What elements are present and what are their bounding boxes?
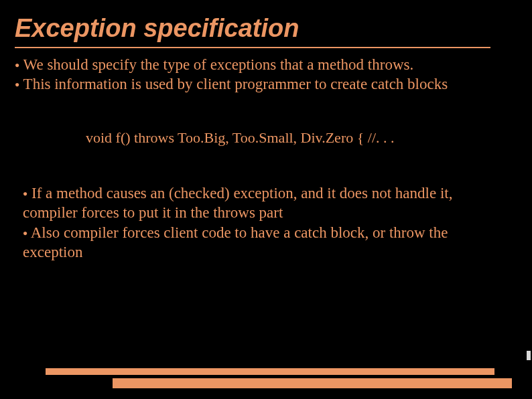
- bullet-text: Also compiler forces client code to have…: [23, 224, 448, 260]
- bullet-dot: ●: [15, 80, 19, 89]
- bullet-dot: ●: [15, 60, 19, 70]
- bullet-dot: ●: [23, 189, 27, 198]
- bullet-text: This information is used by client progr…: [23, 76, 448, 92]
- bullet-text: We should specify the type of exceptions…: [23, 56, 414, 73]
- bullet-block-2: ● If a method causes an (checked) except…: [0, 183, 532, 262]
- footer-bar: [113, 378, 512, 388]
- bullet-text: If a method causes an (checked) exceptio…: [23, 185, 452, 221]
- bullet-dot: ●: [23, 228, 27, 238]
- page-indicator: [527, 351, 531, 360]
- title-underline: [15, 47, 490, 48]
- slide: Exception specification ● We should spec…: [0, 0, 532, 399]
- footer-bar: [46, 368, 494, 375]
- bullet-block-1: ● We should specify the type of exceptio…: [0, 55, 532, 94]
- slide-title: Exception specification: [0, 0, 532, 43]
- code-line: void f() throws Too.Big, Too.Small, Div.…: [0, 129, 532, 147]
